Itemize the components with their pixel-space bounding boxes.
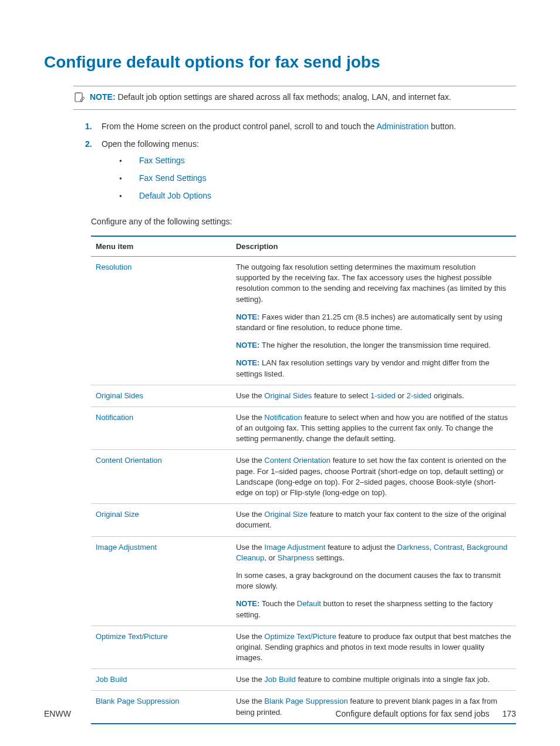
inline-link: Content Orientation [264, 456, 330, 465]
menu-item: Original Sides [96, 391, 143, 400]
inline-link: Default [297, 599, 321, 608]
fax-send-settings-link: Fax Send Settings [139, 173, 206, 183]
inline-link: 1-sided [370, 391, 396, 400]
inline-link: Blank Page Suppression [264, 697, 348, 705]
column-header-menu-item: Menu item [91, 236, 231, 257]
table-row: Content Orientation Use the Content Orie… [91, 450, 516, 504]
default-job-options-link: Default Job Options [139, 191, 211, 200]
step-text: Open the following menus: [102, 139, 199, 149]
step-number: 1. [85, 122, 102, 131]
inline-link: 2-sided [406, 391, 431, 400]
description-text: Use the [236, 632, 264, 641]
inline-link: Darkness [397, 543, 430, 552]
page-footer: ENWW Configure default options for fax s… [44, 709, 516, 718]
page-title: Configure default options for fax send j… [44, 53, 516, 72]
inline-link: Contrast [434, 543, 463, 552]
note-text: LAN fax resolution settings vary by vend… [236, 358, 490, 378]
bullet-item: Fax Settings [119, 156, 516, 165]
menu-item: Notification [96, 413, 133, 422]
table-row: Image Adjustment Use the Image Adjustmen… [91, 536, 516, 626]
table-intro: Configure any of the following settings: [91, 217, 516, 226]
menu-item: Original Size [96, 510, 139, 519]
menu-item: Resolution [96, 263, 131, 271]
bullet-item: Fax Send Settings [119, 173, 516, 183]
table-row: Job Build Use the Job Build feature to c… [91, 669, 516, 691]
note-label: NOTE: [90, 92, 116, 102]
table-row: Blank Page Suppression Use the Blank Pag… [91, 691, 516, 724]
inline-link: Sharpness [278, 553, 314, 562]
column-header-description: Description [231, 236, 516, 257]
inline-link: Original Sides [264, 391, 312, 400]
step-number: 2. [85, 139, 102, 149]
inline-link: Optimize Text/Picture [264, 632, 336, 641]
note-text: Default job option settings are shared a… [117, 92, 451, 102]
description-text: Use the [236, 543, 264, 552]
inline-link: Job Build [264, 675, 295, 684]
note-label: NOTE: [236, 358, 259, 367]
settings-table: Menu item Description Resolution The out… [91, 236, 516, 724]
table-row: Optimize Text/Picture Use the Optimize T… [91, 626, 516, 669]
description-text: Use the [236, 510, 264, 519]
table-row: Resolution The outgoing fax resolution s… [91, 257, 516, 385]
menu-item: Image Adjustment [96, 543, 157, 552]
step-text: button. [429, 122, 456, 131]
description-text: Use the [236, 697, 264, 705]
step-text: From the Home screen on the product cont… [102, 122, 376, 131]
administration-link: Administration [376, 122, 429, 131]
footer-left: ENWW [44, 709, 71, 718]
table-row: Original Sides Use the Original Sides fe… [91, 385, 516, 406]
menu-item: Content Orientation [96, 456, 162, 465]
note-icon [73, 92, 85, 103]
footer-right-text: Configure default options for fax send j… [335, 709, 489, 718]
table-row: Original Size Use the Original Size feat… [91, 504, 516, 536]
description-text: Use the [236, 456, 264, 465]
description-text: Use the [236, 675, 264, 684]
note-callout: NOTE: Default job option settings are sh… [73, 86, 516, 110]
note-text: Faxes wider than 21.25 cm (8.5 inches) a… [236, 312, 502, 332]
note-label: NOTE: [236, 599, 259, 608]
bullet-item: Default Job Options [119, 191, 516, 200]
menu-item: Blank Page Suppression [96, 697, 179, 705]
menu-item: Job Build [96, 675, 127, 684]
svg-rect-0 [75, 93, 82, 102]
description-text: Use the [236, 391, 264, 400]
inline-link: Image Adjustment [264, 543, 325, 552]
step-1: 1. From the Home screen on the product c… [85, 122, 516, 131]
note-text: The higher the resolution, the longer th… [262, 341, 491, 350]
description-text: In some cases, a gray background on the … [236, 570, 511, 592]
note-label: NOTE: [236, 312, 259, 321]
table-row: Notification Use the Notification featur… [91, 406, 516, 450]
inline-link: Notification [264, 413, 302, 422]
inline-link: Original Size [264, 510, 308, 519]
page-number: 173 [502, 709, 516, 718]
menu-item: Optimize Text/Picture [96, 632, 168, 641]
step-2: 2. Open the following menus: Fax Setting… [85, 139, 516, 209]
fax-settings-link: Fax Settings [139, 156, 185, 165]
note-label: NOTE: [236, 341, 259, 350]
description-text: The outgoing fax resolution setting dete… [236, 262, 511, 305]
description-text: Use the [236, 413, 264, 422]
